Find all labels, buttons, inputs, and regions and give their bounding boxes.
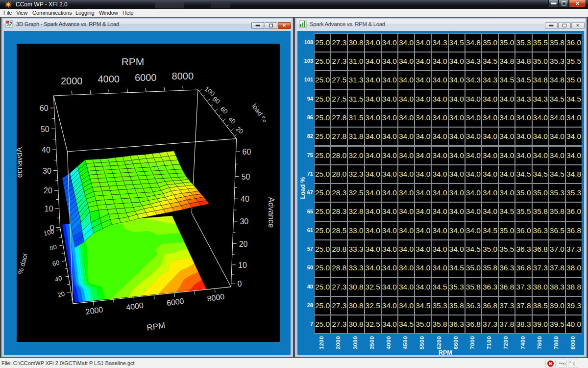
svg-text:2000: 2000 [61, 76, 83, 86]
svg-text:20: 20 [235, 125, 245, 135]
svg-text:8000: 8000 [172, 71, 194, 81]
svg-text:10: 10 [238, 261, 247, 269]
svg-text:2000: 2000 [85, 305, 104, 316]
svg-text:4000: 4000 [98, 74, 120, 84]
svg-text:40: 40 [54, 274, 63, 283]
svg-text:20: 20 [44, 186, 52, 195]
svg-text:20: 20 [239, 240, 248, 248]
svg-text:80: 80 [49, 243, 58, 252]
svg-text:% daol: % daol [17, 253, 29, 275]
svg-text:30: 30 [240, 217, 248, 226]
svg-text:50: 50 [242, 173, 250, 181]
svg-text:ecnavdA: ecnavdA [17, 147, 24, 178]
svg-text:60: 60 [51, 259, 60, 267]
svg-text:60: 60 [40, 104, 49, 112]
svg-text:6000: 6000 [166, 297, 185, 308]
svg-text:8000: 8000 [207, 292, 225, 303]
svg-text:20: 20 [57, 290, 66, 299]
svg-text:80: 80 [211, 95, 221, 105]
svg-text:40: 40 [227, 115, 237, 126]
svg-text:RPM: RPM [146, 321, 166, 333]
svg-text:4000: 4000 [125, 301, 144, 312]
svg-text:load %: load % [250, 102, 269, 124]
svg-text:0: 0 [238, 280, 242, 288]
svg-text:50: 50 [41, 125, 49, 133]
svg-text:100: 100 [43, 228, 55, 237]
svg-text:40: 40 [241, 195, 249, 203]
svg-text:Advance: Advance [267, 197, 275, 228]
svg-text:6000: 6000 [135, 72, 157, 83]
svg-text:100: 100 [203, 85, 216, 98]
svg-text:40: 40 [42, 146, 50, 154]
svg-text:10: 10 [45, 205, 53, 213]
svg-text:60: 60 [219, 105, 229, 115]
svg-text:RPM: RPM [122, 56, 145, 67]
svg-text:60: 60 [243, 148, 251, 156]
svg-text:30: 30 [43, 167, 51, 175]
